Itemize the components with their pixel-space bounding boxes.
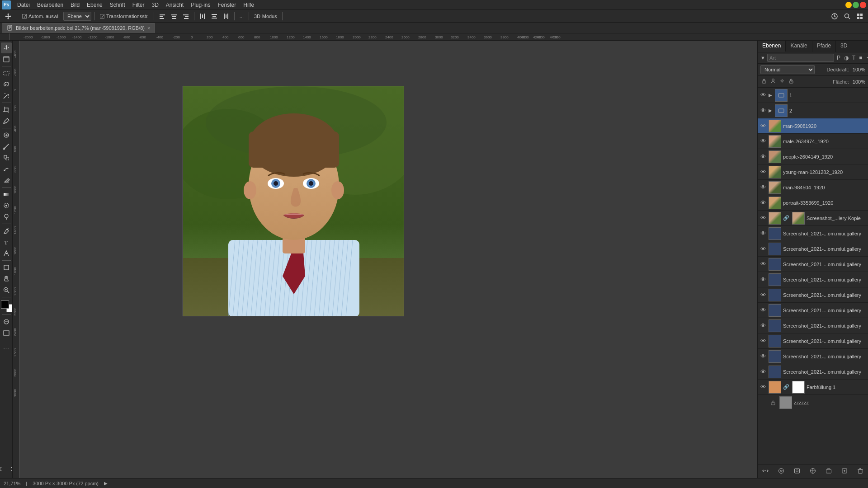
menu-ansicht[interactable]: Ansicht [162, 1, 187, 9]
menu-bild[interactable]: Bild [67, 1, 83, 9]
layer-people2604149[interactable]: 👁 people-2604149_1920 [758, 149, 868, 164]
workspace-btn[interactable] [829, 12, 840, 21]
layer-farbfullung1[interactable]: 👁 🔗 Farbfüllung 1 [758, 380, 868, 395]
distribute-vert-btn[interactable] [209, 12, 219, 20]
layer-vis-fill[interactable]: 👁 [760, 384, 767, 391]
menu-plugins[interactable]: Plug-ins [187, 1, 214, 9]
shape-tool[interactable] [1, 262, 12, 273]
eyedropper-tool[interactable] [1, 116, 12, 127]
new-group-btn[interactable] [824, 467, 834, 476]
lock-transparent-btn[interactable] [760, 77, 768, 86]
spot-healing-tool[interactable] [1, 130, 12, 141]
layer-screenshot2[interactable]: 👁 Screenshot_2021-...om.miui.gallery [758, 241, 868, 257]
filter-text-btn[interactable]: T [851, 54, 856, 62]
distribute-h2-btn[interactable] [221, 12, 231, 20]
layer-vis-portrait[interactable]: 👁 [760, 199, 767, 206]
tab-close-btn[interactable]: × [147, 26, 150, 31]
3d-mode-btn[interactable]: 3D-Modus [252, 13, 279, 20]
brush-tool[interactable] [1, 141, 12, 152]
quick-mask-btn[interactable] [1, 316, 12, 327]
layer-vis-group1[interactable]: 👁 [760, 92, 767, 99]
layer-vis-youngman[interactable]: 👁 [760, 169, 767, 176]
close-button[interactable] [860, 2, 866, 8]
layer-screenshot3[interactable]: 👁 Screenshot_2021-...om.miui.gallery [758, 257, 868, 272]
tab-ebenen[interactable]: Ebenen [758, 41, 786, 52]
layer-vis-man984[interactable]: 👁 [760, 184, 767, 191]
crop-tool[interactable] [1, 104, 12, 115]
transform-controls-btn[interactable]: ✓ Transformationsstr. [98, 13, 151, 20]
magic-wand-tool[interactable] [1, 90, 12, 101]
maximize-button[interactable] [853, 2, 859, 8]
distribute-horiz-btn[interactable] [198, 12, 208, 20]
add-mask-btn[interactable] [792, 467, 802, 476]
layer-vis-ss4[interactable]: 👁 [760, 276, 767, 283]
tab-kanaele[interactable]: Kanäle [786, 41, 812, 52]
clone-stamp-tool[interactable] [1, 152, 12, 163]
more-options-btn[interactable]: ... [238, 13, 245, 20]
layer-screenshot-kopie[interactable]: 👁 🔗 Screenshot_...lery Kopie [758, 211, 868, 226]
new-layer-btn[interactable] [840, 467, 849, 476]
layer-filter-input[interactable] [767, 54, 834, 62]
layer-vis-ss8[interactable]: 👁 [760, 338, 767, 345]
artboard-tool[interactable] [1, 54, 12, 65]
gradient-tool[interactable] [1, 189, 12, 200]
layer-vis-group2[interactable]: 👁 [760, 107, 767, 114]
zoom-tool[interactable] [1, 285, 12, 296]
layer-screenshot8[interactable]: 👁 Screenshot_2021-...om.miui.gallery [758, 333, 868, 349]
layer-screenshot1[interactable]: 👁 Screenshot_2021-...om.miui.gallery [758, 226, 868, 241]
dodge-tool[interactable] [1, 211, 12, 222]
group1-arrow[interactable]: ▶ [769, 93, 772, 98]
canvas-image[interactable] [183, 86, 404, 316]
layer-screenshot10[interactable]: 👁 Screenshot_2021-...om.miui.gallery [758, 364, 868, 380]
layer-vis-ss2[interactable]: 👁 [760, 245, 767, 253]
type-tool[interactable]: T [1, 237, 12, 248]
lock-pixels-btn[interactable] [769, 77, 777, 86]
layer-vis-ss7[interactable]: 👁 [760, 322, 767, 329]
layer-vis-man59[interactable]: 👁 [760, 122, 767, 130]
tab-pfade[interactable]: Pfade [812, 41, 836, 52]
align-center-btn[interactable] [169, 12, 179, 20]
layer-male2634974[interactable]: 👁 male-2634974_1920 [758, 134, 868, 149]
search-btn[interactable] [842, 12, 853, 21]
menu-hilfe[interactable]: Hilfe [240, 1, 258, 9]
foreground-color[interactable] [1, 300, 9, 309]
layer-vis-kopie[interactable]: 👁 [760, 215, 767, 222]
add-adjustment-btn[interactable] [808, 467, 818, 476]
move-tool-btn[interactable] [3, 12, 14, 21]
layer-group1[interactable]: 👁 ▶ 1 [758, 88, 868, 103]
align-right-btn[interactable] [181, 12, 191, 20]
blur-tool[interactable] [1, 200, 12, 211]
layer-vis-ss3[interactable]: 👁 [760, 261, 767, 268]
marquee-tool[interactable] [1, 68, 12, 79]
group2-arrow[interactable]: ▶ [769, 108, 772, 113]
filter-adj-btn[interactable]: ◑ [843, 54, 849, 62]
layer-youngman[interactable]: 👁 young-man-1281282_1920 [758, 164, 868, 180]
layer-vis-ss6[interactable]: 👁 [760, 307, 767, 314]
prev-tool-btn[interactable] [0, 464, 6, 474]
layer-group2[interactable]: 👁 ▶ 2 [758, 103, 868, 118]
screen-mode-btn[interactable] [1, 328, 12, 338]
lock-all-btn[interactable] [788, 77, 795, 86]
tab-3d[interactable]: 3D [836, 41, 852, 52]
menu-3d[interactable]: 3D [148, 1, 162, 9]
path-select-tool[interactable] [1, 248, 12, 259]
layer-vis-ss1[interactable]: 👁 [760, 230, 767, 237]
menu-schrift[interactable]: Schrift [106, 1, 129, 9]
layer-vis-ss5[interactable]: 👁 [760, 291, 767, 299]
hand-tool[interactable] [1, 273, 12, 284]
next-tool-btn[interactable] [7, 464, 13, 474]
extra-tools-btn[interactable]: … [1, 342, 12, 352]
minimize-button[interactable] [845, 2, 852, 8]
filter-type-btn[interactable]: P [836, 54, 841, 62]
lasso-tool[interactable] [1, 79, 12, 90]
layer-screenshot4[interactable]: 👁 Screenshot_2021-...om.miui.gallery [758, 272, 868, 287]
layer-portrait3353699[interactable]: 👁 portrait-3353699_1920 [758, 195, 868, 211]
add-style-btn[interactable]: fx [776, 467, 786, 476]
blend-mode-select[interactable]: Normal [760, 65, 815, 74]
layer-screenshot9[interactable]: 👁 Screenshot_2021-...om.miui.gallery [758, 349, 868, 364]
filter-smart-btn[interactable]: ✦ [865, 54, 868, 62]
layer-vis-ss9[interactable]: 👁 [760, 353, 767, 360]
layer-man59081920[interactable]: 👁 man-59081920 [758, 118, 868, 134]
layer-vis-male[interactable]: 👁 [760, 138, 767, 145]
align-left-btn[interactable] [157, 12, 167, 20]
